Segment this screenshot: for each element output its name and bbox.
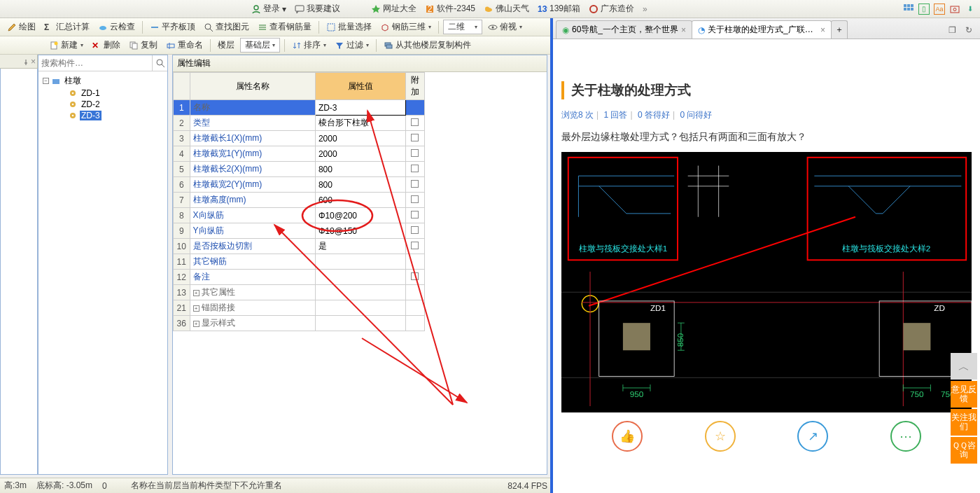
tree-root[interactable]: − 柱墩 — [43, 74, 166, 88]
draw-button[interactable]: 绘图 — [4, 20, 38, 34]
attr-cell[interactable]: +锚固搭接 — [190, 300, 315, 316]
attr-cell[interactable]: 柱墩截长1(X)(mm) — [190, 131, 315, 146]
cloudcheck-button[interactable]: 云检查 — [95, 20, 138, 34]
fav-link-1[interactable]: 2 软件-2345 — [425, 3, 475, 15]
close-icon[interactable]: × — [820, 25, 825, 35]
attr-cell[interactable]: 备注 — [190, 270, 315, 285]
download-icon[interactable]: ⬇ — [965, 4, 976, 15]
extra-cell[interactable] — [405, 285, 424, 300]
qq-button[interactable]: ＱＱ咨询 — [951, 437, 977, 464]
fav-link-3[interactable]: 139 139邮箱 — [538, 3, 580, 15]
steelview-button[interactable]: 查看钢筋量 — [255, 20, 314, 34]
sumcalc-button[interactable]: Σ汇总计算 — [41, 20, 92, 34]
extra-cell[interactable] — [405, 300, 424, 316]
feedback-link[interactable]: 我要建议 — [295, 3, 340, 15]
table-row[interactable]: 1名称ZD-3 — [174, 100, 425, 116]
table-row[interactable]: 7柱墩高度(mm)600 — [174, 193, 425, 208]
reader-icon[interactable]: Aa — [934, 4, 945, 15]
table-row[interactable]: 8X向纵筋Φ10@200 — [174, 208, 425, 223]
extra-cell[interactable] — [405, 270, 424, 285]
value-cell[interactable]: 600 — [315, 193, 405, 208]
scroll-top-button[interactable]: ︿ — [951, 353, 977, 380]
extra-cell[interactable] — [405, 316, 424, 331]
new-button[interactable]: 新建▾ — [46, 38, 86, 53]
fav-link-4[interactable]: 广东造价 — [589, 3, 634, 15]
attr-cell[interactable]: X向纵筋 — [190, 208, 315, 223]
birdview-button[interactable]: 俯视▾ — [485, 20, 525, 34]
expand-icon[interactable]: + — [193, 305, 200, 312]
checkbox-icon[interactable] — [411, 242, 419, 249]
copyfrom-button[interactable]: 从其他楼层复制构件 — [381, 38, 474, 53]
value-cell[interactable] — [315, 316, 405, 331]
delete-button[interactable]: ✕删除 — [89, 38, 123, 53]
extra-cell[interactable] — [405, 100, 424, 116]
tree-item[interactable]: ZD-1 — [68, 88, 166, 99]
close-icon[interactable]: × — [31, 57, 36, 67]
value-cell[interactable] — [315, 300, 405, 316]
value-cell[interactable]: 800 — [315, 162, 405, 177]
answers[interactable]: 1 回答 — [603, 110, 627, 120]
extra-cell[interactable] — [405, 177, 424, 193]
refresh-icon[interactable]: ↻ — [960, 22, 977, 39]
checkbox-icon[interactable] — [411, 195, 419, 203]
expand-icon[interactable]: + — [193, 290, 200, 296]
value-cell[interactable]: 2000 — [315, 146, 405, 162]
attr-cell[interactable]: 柱墩截长2(X)(mm) — [190, 162, 315, 177]
browser-tab[interactable]: ◉ 60导航_一个主页，整个世界 × — [556, 20, 692, 39]
value-cell[interactable] — [315, 285, 405, 300]
expand-icon[interactable]: + — [193, 321, 200, 327]
table-row[interactable]: 10是否按板边切割是 — [174, 239, 425, 254]
table-row[interactable]: 9Y向纵筋Φ10@150 — [174, 223, 425, 239]
feedback-button[interactable]: 意见反馈 — [951, 381, 977, 408]
table-row[interactable]: 21+锚固搭接 — [174, 300, 425, 316]
attr-cell[interactable]: +显示样式 — [190, 316, 315, 331]
value-cell[interactable]: 是 — [315, 239, 405, 254]
value-cell[interactable] — [315, 254, 405, 270]
extra-cell[interactable] — [405, 146, 424, 162]
checkbox-icon[interactable] — [411, 165, 419, 172]
floor-select[interactable]: 基础层▾ — [240, 38, 280, 53]
search-input[interactable] — [38, 56, 152, 70]
rename-button[interactable]: 重命名 — [163, 38, 206, 53]
table-row[interactable]: 2类型棱台形下柱墩 — [174, 116, 425, 131]
attr-cell[interactable]: 柱墩截宽1(Y)(mm) — [190, 146, 315, 162]
attr-cell[interactable]: 柱墩高度(mm) — [190, 193, 315, 208]
checkbox-icon[interactable] — [411, 134, 419, 141]
find-button[interactable]: 查找图元 — [201, 20, 252, 34]
extra-cell[interactable] — [405, 254, 424, 270]
extra-cell[interactable] — [405, 239, 424, 254]
attr-cell[interactable]: +其它属性 — [190, 285, 315, 300]
good-questions[interactable]: 0 问得好 — [680, 110, 712, 120]
value-cell[interactable]: ZD-3 — [315, 100, 405, 116]
extra-cell[interactable] — [405, 223, 424, 239]
table-row[interactable]: 4柱墩截宽1(Y)(mm)2000 — [174, 146, 425, 162]
sort-button[interactable]: 排序▾ — [289, 38, 329, 53]
checkbox-icon[interactable] — [411, 149, 419, 157]
fav-link-2[interactable]: 佛山天气 — [484, 3, 529, 15]
value-cell[interactable]: 2000 — [315, 131, 405, 146]
checkbox-icon[interactable] — [411, 272, 419, 280]
capture-icon[interactable] — [949, 4, 960, 15]
book-icon[interactable]: ▯ — [918, 4, 930, 15]
attr-cell[interactable]: 名称 — [190, 100, 315, 116]
table-row[interactable]: 12备注 — [174, 270, 425, 285]
login-link[interactable]: 登录 ▾ — [251, 3, 286, 15]
checkbox-icon[interactable] — [411, 180, 419, 188]
checkbox-icon[interactable] — [411, 226, 419, 234]
browser-tab[interactable]: ◔ 关于柱墩的处理方式_广联达服务 × — [692, 20, 832, 39]
value-cell[interactable] — [315, 270, 405, 285]
follow-button[interactable]: 关注我们 — [951, 409, 977, 436]
attr-cell[interactable]: 是否按板边切割 — [190, 239, 315, 254]
collapse-icon[interactable]: − — [43, 78, 49, 84]
value-cell[interactable]: 棱台形下柱墩 — [315, 116, 405, 131]
tree-item[interactable]: ZD-2 — [68, 99, 166, 110]
attr-cell[interactable]: 类型 — [190, 116, 315, 131]
table-row[interactable]: 13+其它属性 — [174, 285, 425, 300]
extra-cell[interactable] — [405, 116, 424, 131]
extra-cell[interactable] — [405, 162, 424, 177]
good-answers[interactable]: 0 答得好 — [638, 110, 670, 120]
more-favorites[interactable]: » — [643, 4, 648, 14]
grid-icon[interactable] — [903, 4, 914, 15]
2d-select[interactable]: 二维▾ — [443, 20, 482, 34]
extra-cell[interactable] — [405, 193, 424, 208]
